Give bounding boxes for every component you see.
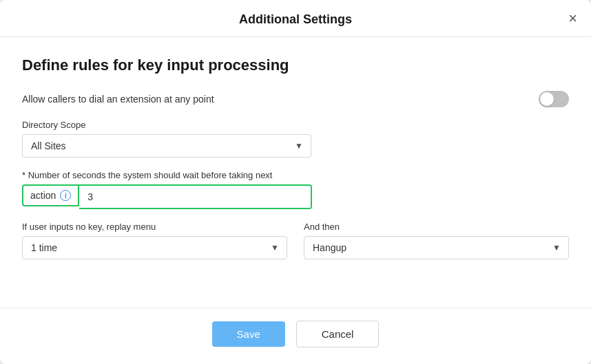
page-heading: Define rules for key input processing (22, 56, 569, 74)
allow-callers-toggle[interactable] (539, 91, 569, 107)
and-then-select[interactable]: Hangup Transfer Repeat (304, 236, 569, 259)
info-icon[interactable]: i (60, 190, 71, 201)
modal-header: Additional Settings × (0, 0, 591, 37)
no-key-group: If user inputs no key, replay menu 1 tim… (22, 222, 287, 259)
action-input[interactable] (79, 186, 311, 208)
close-button[interactable]: × (568, 11, 577, 26)
and-then-select-wrapper: Hangup Transfer Repeat ▼ (304, 236, 569, 259)
no-key-select-wrapper: 1 time 2 times 3 times Never ▼ (22, 236, 287, 259)
action-section: action i (22, 184, 569, 209)
directory-scope-label: Directory Scope (22, 120, 569, 130)
and-then-group: And then Hangup Transfer Repeat ▼ (304, 222, 569, 259)
wait-label: * Number of seconds the system should wa… (22, 170, 569, 180)
action-input-wrapper (79, 184, 312, 209)
action-label-text: action (30, 190, 56, 201)
action-label-box: action i (22, 184, 79, 206)
two-col-row: If user inputs no key, replay menu 1 tim… (22, 222, 569, 259)
no-key-select[interactable]: 1 time 2 times 3 times Never (22, 236, 287, 259)
allow-callers-row: Allow callers to dial an extension at an… (22, 91, 569, 107)
directory-scope-select[interactable]: All Sites Local Site Only (22, 134, 311, 158)
modal-dialog: Additional Settings × Define rules for k… (0, 0, 591, 364)
directory-scope-select-wrapper: All Sites Local Site Only ▼ (22, 134, 311, 158)
modal-body: Define rules for key input processing Al… (0, 37, 591, 308)
allow-callers-label: Allow callers to dial an extension at an… (22, 94, 539, 105)
modal-footer: Save Cancel (0, 308, 591, 364)
modal-title: Additional Settings (239, 12, 352, 27)
save-button[interactable]: Save (212, 321, 285, 347)
no-key-label: If user inputs no key, replay menu (22, 222, 287, 232)
directory-scope-group: Directory Scope All Sites Local Site Onl… (22, 120, 569, 158)
cancel-button[interactable]: Cancel (296, 321, 380, 347)
and-then-label: And then (304, 222, 569, 232)
